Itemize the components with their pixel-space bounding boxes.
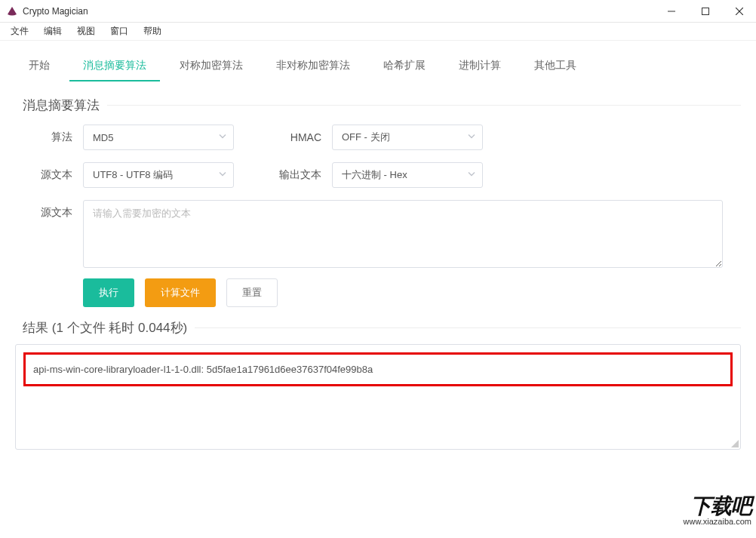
select-source-encoding[interactable]: UTF8 - UTF8 编码 <box>83 162 234 188</box>
section-title: 消息摘要算法 <box>15 97 107 114</box>
titlebar: Crypto Magician <box>0 0 756 23</box>
minimize-button[interactable] <box>654 0 688 23</box>
reset-button[interactable]: 重置 <box>226 278 278 307</box>
result-title: 结果 (1 个文件 耗时 0.044秒) <box>15 319 195 337</box>
label-source-text: 源文本 <box>15 200 83 220</box>
watermark-logo: 下载吧 <box>646 496 751 517</box>
menubar: 文件 编辑 视图 窗口 帮助 <box>0 23 756 41</box>
select-hmac[interactable]: OFF - 关闭 <box>332 125 483 150</box>
select-output-encoding-value: 十六进制 - Hex <box>342 168 407 182</box>
chevron-down-icon <box>467 132 476 143</box>
label-algorithm: 算法 <box>15 131 83 144</box>
watermark-url: www.xiazaiba.com <box>646 517 751 526</box>
label-output-encoding: 输出文本 <box>264 168 332 182</box>
select-source-encoding-value: UTF8 - UTF8 编码 <box>93 168 173 182</box>
tab-digest[interactable]: 消息摘要算法 <box>69 51 160 81</box>
select-output-encoding[interactable]: 十六进制 - Hex <box>332 162 483 188</box>
maximize-button[interactable] <box>688 0 722 23</box>
select-hmac-value: OFF - 关闭 <box>342 131 390 144</box>
close-button[interactable] <box>722 0 756 23</box>
result-section: 结果 (1 个文件 耗时 0.044秒) api-ms-win-core-lib… <box>15 319 741 450</box>
digest-section: 消息摘要算法 算法 MD5 HMAC OFF - 关闭 源文本 UTF8 - U… <box>15 97 741 315</box>
label-hmac: HMAC <box>264 131 332 143</box>
tab-symmetric[interactable]: 对称加密算法 <box>166 51 257 81</box>
result-text[interactable]: api-ms-win-core-libraryloader-l1-1-0.dll… <box>23 352 733 386</box>
tab-asymmetric[interactable]: 非对称加密算法 <box>263 51 364 81</box>
tab-hashext[interactable]: 哈希扩展 <box>370 51 439 81</box>
compute-file-button[interactable]: 计算文件 <box>145 278 216 307</box>
app-icon <box>6 5 18 17</box>
tab-bar: 开始 消息摘要算法 对称加密算法 非对称加密算法 哈希扩展 进制计算 其他工具 <box>0 41 756 81</box>
label-source-encoding: 源文本 <box>15 168 83 182</box>
resize-handle[interactable] <box>731 440 739 447</box>
result-box: api-ms-win-core-libraryloader-l1-1-0.dll… <box>15 344 741 450</box>
tab-radix[interactable]: 进制计算 <box>445 51 515 81</box>
watermark: 下载吧 www.xiazaiba.com <box>646 496 751 533</box>
svg-rect-1 <box>702 8 708 14</box>
menu-view[interactable]: 视图 <box>69 23 103 39</box>
select-algorithm-value: MD5 <box>93 132 113 143</box>
window-buttons <box>654 0 756 23</box>
chevron-down-icon <box>218 132 227 143</box>
tab-other[interactable]: 其他工具 <box>521 51 590 81</box>
chevron-down-icon <box>467 170 476 181</box>
menu-window[interactable]: 窗口 <box>103 23 136 39</box>
chevron-down-icon <box>218 170 227 181</box>
source-text-input[interactable] <box>83 200 723 268</box>
window-title: Crypto Magician <box>23 6 654 17</box>
menu-help[interactable]: 帮助 <box>136 23 169 39</box>
tab-start[interactable]: 开始 <box>15 51 63 81</box>
select-algorithm[interactable]: MD5 <box>83 125 234 150</box>
menu-edit[interactable]: 编辑 <box>36 23 69 39</box>
execute-button[interactable]: 执行 <box>83 278 134 307</box>
menu-file[interactable]: 文件 <box>3 23 36 39</box>
